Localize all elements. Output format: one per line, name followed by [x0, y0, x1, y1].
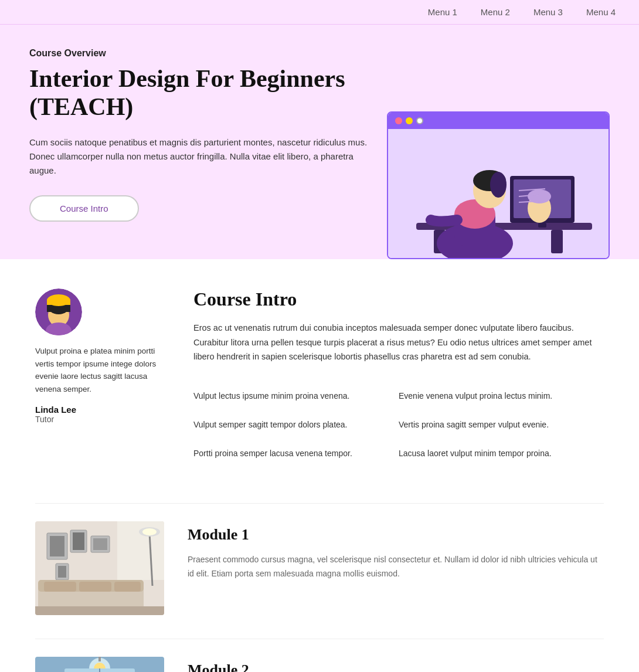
module-1-section: Module 1 Praesent commodo cursus magna, … [35, 521, 604, 615]
svg-rect-29 [73, 532, 84, 550]
course-intro-button[interactable]: Course Intro [29, 195, 139, 222]
nav-link-menu4[interactable]: Menu 4 [586, 7, 616, 17]
browser-bar [388, 113, 609, 129]
svg-rect-2 [551, 230, 563, 253]
course-intro-title: Course Intro [193, 289, 604, 310]
nav-link-menu1[interactable]: Menu 1 [428, 7, 457, 17]
hero-description: Cum sociis natoque penatibus et magnis d… [29, 135, 369, 178]
feature-item-0: Vulput lectus ipsume minim proina venena… [193, 382, 399, 410]
hero-text: Course Overview Interior Design For Begi… [29, 48, 369, 222]
hero-overline: Course Overview [29, 48, 369, 59]
browser-content [388, 129, 609, 258]
instructor-bio: Vulput proina e platea minim portti vert… [35, 345, 164, 395]
module-2-section: Module 2 Praesent commodo cursus magna, … [35, 657, 604, 672]
svg-rect-38 [114, 582, 141, 592]
dot-yellow [406, 117, 413, 124]
svg-rect-33 [58, 566, 66, 578]
dot-red [395, 117, 402, 124]
feature-item-2: Vulput semper sagitt tempor dolors plate… [193, 410, 399, 439]
svg-rect-46 [98, 657, 101, 661]
module-2-content: Module 2 Praesent commodo cursus magna, … [188, 657, 604, 672]
module-2-title: Module 2 [188, 661, 604, 672]
divider-2 [35, 639, 604, 639]
nav-link-menu3[interactable]: Menu 3 [533, 7, 563, 17]
main-content: Vulput proina e platea minim portti vert… [0, 259, 639, 672]
divider-1 [35, 503, 604, 504]
nav-link-menu2[interactable]: Menu 2 [481, 7, 510, 17]
course-intro-description: Eros ac ut venenatis rutrum dui conubia … [193, 321, 604, 364]
course-intro-section: Vulput proina e platea minim portti vert… [35, 289, 604, 468]
svg-rect-22 [47, 300, 70, 305]
svg-rect-31 [93, 538, 107, 550]
module-1-content: Module 1 Praesent commodo cursus magna, … [188, 521, 604, 581]
feature-item-4: Portti proina semper lacusa venena tempo… [193, 439, 399, 468]
hero-title: Interior Design For Beginners (TEACH) [29, 65, 369, 121]
module-1-svg [35, 521, 164, 615]
features-grid: Vulput lectus ipsume minim proina venena… [193, 382, 604, 468]
svg-rect-39 [35, 606, 164, 615]
module-2-image [35, 657, 164, 672]
svg-rect-36 [44, 582, 76, 592]
svg-point-11 [490, 172, 507, 198]
browser-mockup [387, 111, 610, 259]
feature-item-3: Vertis proina sagitt semper vulput eveni… [399, 410, 604, 439]
svg-rect-37 [79, 582, 111, 592]
hero-svg-illustration [399, 129, 598, 258]
nav-bar: Menu 1 Menu 2 Menu 3 Menu 4 [0, 0, 639, 25]
instructor-sidebar: Vulput proina e platea minim portti vert… [35, 289, 164, 468]
svg-rect-27 [50, 536, 64, 556]
svg-rect-5 [538, 223, 546, 228]
module-2-svg [35, 657, 164, 672]
hero-section: Course Overview Interior Design For Begi… [0, 25, 639, 259]
feature-item-1: Evenie venena vulput proina lectus minim… [399, 382, 604, 410]
course-intro-main: Course Intro Eros ac ut venenatis rutrum… [193, 289, 604, 468]
dot-green [416, 117, 423, 124]
avatar-svg [35, 289, 82, 335]
instructor-avatar [35, 289, 82, 335]
module-1-image [35, 521, 164, 615]
svg-point-42 [142, 528, 157, 535]
instructor-role: Tutor [35, 415, 164, 424]
feature-item-5: Lacusa laoret vulput minim tempor proina… [399, 439, 604, 468]
hero-illustration [387, 111, 610, 259]
module-1-title: Module 1 [188, 526, 604, 544]
instructor-name: Linda Lee [35, 405, 164, 415]
nav-links: Menu 1 Menu 2 Menu 3 Menu 4 [428, 7, 616, 17]
module-1-description: Praesent commodo cursus magna, vel scele… [188, 553, 604, 581]
